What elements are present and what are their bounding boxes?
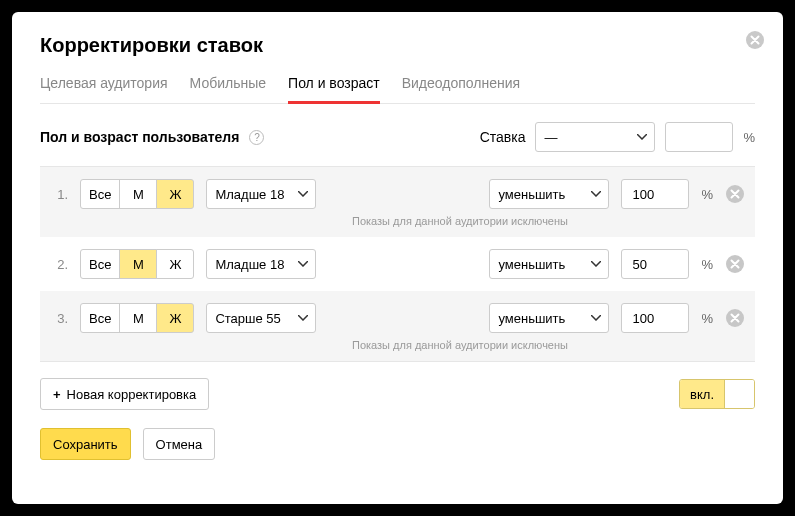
pct-sign: %	[701, 257, 713, 272]
chevron-down-icon	[591, 261, 601, 267]
tab-3[interactable]: Видеодополнения	[402, 75, 520, 104]
value-input[interactable]	[621, 249, 689, 279]
adjustment-row: 1.ВсеМЖМладше 18уменьшить%Показы для дан…	[40, 167, 755, 237]
action-select[interactable]: уменьшить	[489, 249, 609, 279]
gender-m[interactable]: М	[119, 249, 157, 279]
help-icon[interactable]: ?	[249, 130, 264, 145]
gender-all[interactable]: Все	[80, 179, 120, 209]
age-value: Младше 18	[215, 187, 284, 202]
save-button[interactable]: Сохранить	[40, 428, 131, 460]
chevron-down-icon	[298, 261, 308, 267]
chevron-down-icon	[298, 315, 308, 321]
delete-row-icon[interactable]	[725, 308, 745, 328]
gender-segmented: ВсеМЖ	[80, 249, 194, 279]
tab-2[interactable]: Пол и возраст	[288, 75, 380, 104]
age-select[interactable]: Младше 18	[206, 249, 316, 279]
row-note: Показы для данной аудитории исключены	[52, 215, 745, 227]
chevron-down-icon	[591, 191, 601, 197]
delete-row-icon[interactable]	[725, 184, 745, 204]
toggle-label: вкл.	[680, 380, 724, 408]
gender-all[interactable]: Все	[80, 249, 120, 279]
row-note: Показы для данной аудитории исключены	[52, 339, 745, 351]
adjustment-row: 3.ВсеМЖСтарше 55уменьшить%Показы для дан…	[40, 291, 755, 361]
action-value: уменьшить	[498, 187, 565, 202]
tab-1[interactable]: Мобильные	[190, 75, 267, 104]
tab-0[interactable]: Целевая аудитория	[40, 75, 168, 104]
chevron-down-icon	[591, 315, 601, 321]
gender-m[interactable]: М	[119, 303, 157, 333]
filter-label: Пол и возраст пользователя	[40, 129, 239, 145]
gender-m[interactable]: М	[119, 179, 157, 209]
stavka-value: —	[544, 130, 557, 145]
chevron-down-icon	[637, 134, 647, 140]
age-select[interactable]: Старше 55	[206, 303, 316, 333]
action-select[interactable]: уменьшить	[489, 303, 609, 333]
action-value: уменьшить	[498, 311, 565, 326]
add-adjustment-button[interactable]: + Новая корректировка	[40, 378, 209, 410]
stavka-select[interactable]: —	[535, 122, 655, 152]
action-select[interactable]: уменьшить	[489, 179, 609, 209]
tabs: Целевая аудиторияМобильныеПол и возрастВ…	[40, 75, 755, 104]
pct-sign: %	[743, 130, 755, 145]
add-adjustment-label: Новая корректировка	[67, 387, 197, 402]
row-index: 3.	[52, 311, 68, 326]
stavka-label: Ставка	[480, 129, 526, 145]
plus-icon: +	[53, 387, 61, 402]
adjustment-row: 2.ВсеМЖМладше 18уменьшить%	[40, 237, 755, 291]
age-select[interactable]: Младше 18	[206, 179, 316, 209]
toggle-knob	[724, 380, 754, 408]
pct-sign: %	[701, 187, 713, 202]
delete-row-icon[interactable]	[725, 254, 745, 274]
enable-toggle[interactable]: вкл.	[679, 379, 755, 409]
value-input[interactable]	[621, 303, 689, 333]
gender-f[interactable]: Ж	[156, 303, 194, 333]
stavka-pct-input[interactable]	[665, 122, 733, 152]
gender-segmented: ВсеМЖ	[80, 303, 194, 333]
age-value: Старше 55	[215, 311, 280, 326]
pct-sign: %	[701, 311, 713, 326]
cancel-button[interactable]: Отмена	[143, 428, 216, 460]
action-value: уменьшить	[498, 257, 565, 272]
row-index: 1.	[52, 187, 68, 202]
gender-all[interactable]: Все	[80, 303, 120, 333]
row-index: 2.	[52, 257, 68, 272]
chevron-down-icon	[298, 191, 308, 197]
close-icon[interactable]	[745, 30, 765, 50]
gender-f[interactable]: Ж	[156, 179, 194, 209]
value-input[interactable]	[621, 179, 689, 209]
page-title: Корректировки ставок	[40, 34, 755, 57]
gender-f[interactable]: Ж	[156, 249, 194, 279]
gender-segmented: ВсеМЖ	[80, 179, 194, 209]
age-value: Младше 18	[215, 257, 284, 272]
rows-list: 1.ВсеМЖМладше 18уменьшить%Показы для дан…	[40, 166, 755, 362]
